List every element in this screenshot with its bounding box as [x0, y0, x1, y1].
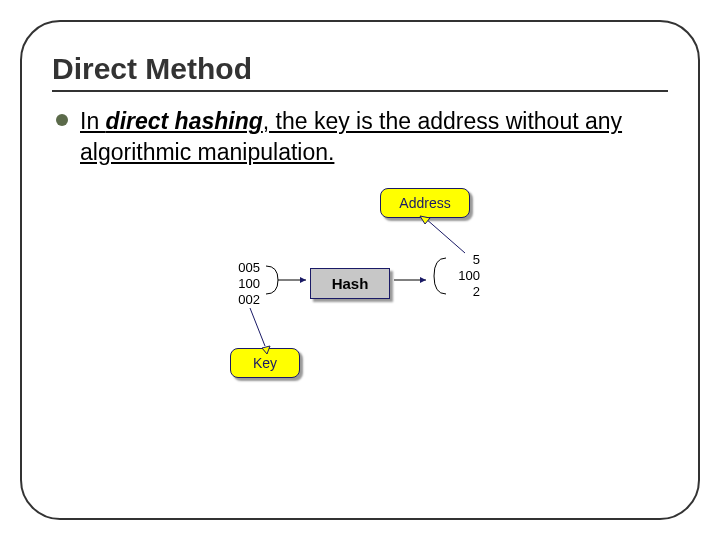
- diagram: Address 005 100 002 Hash 5 100 2 Key: [170, 188, 550, 438]
- bullet-emph: direct hashing: [106, 108, 263, 134]
- svg-marker-0: [420, 216, 430, 224]
- bullet-icon: [56, 114, 68, 126]
- svg-marker-3: [262, 346, 270, 354]
- bullet-item: In direct hashing, the key is the addres…: [52, 106, 668, 168]
- slide-title: Direct Method: [52, 52, 668, 86]
- bullet-text: In direct hashing, the key is the addres…: [80, 106, 668, 168]
- bullet-prefix: In: [80, 108, 106, 134]
- title-underline: [52, 90, 668, 92]
- diagram-connectors: [170, 188, 550, 438]
- slide-frame: Direct Method In direct hashing, the key…: [20, 20, 700, 520]
